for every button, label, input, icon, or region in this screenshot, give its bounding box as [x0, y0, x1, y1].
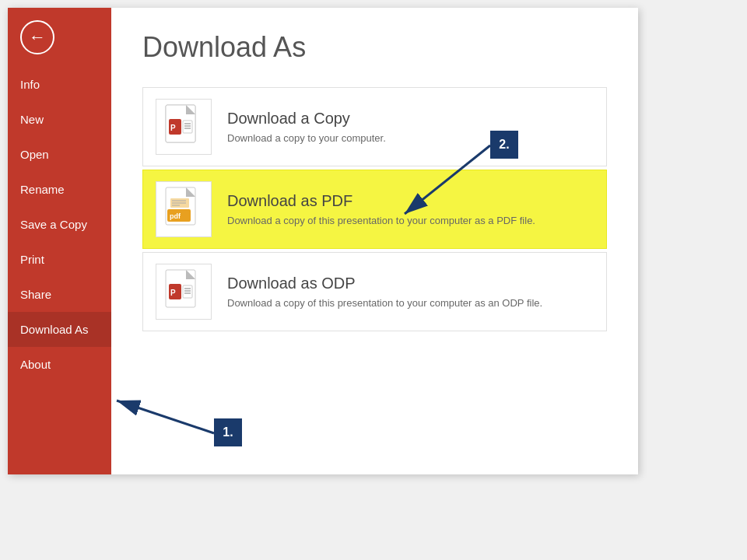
sidebar: ← Info New Open Rename Save a Copy Print…	[8, 8, 111, 474]
download-odp-icon-box: P	[156, 264, 212, 320]
sidebar-item-info[interactable]: Info	[8, 67, 111, 102]
download-pdf-option[interactable]: pdf Download as PDF Download a copy of t…	[142, 170, 607, 249]
app-window: ← Info New Open Rename Save a Copy Print…	[8, 8, 638, 474]
download-copy-option[interactable]: P Download a Copy Download a copy to you…	[142, 87, 607, 166]
download-odp-option[interactable]: P Download as ODP Download a copy of thi…	[142, 252, 607, 331]
sidebar-item-download-as[interactable]: Download As	[8, 312, 111, 347]
svg-text:P: P	[170, 289, 176, 297]
pptx-icon: P	[164, 103, 203, 150]
main-content: Download As P Download a Copy	[111, 8, 638, 474]
download-odp-text: Download as ODP Download a copy of this …	[227, 275, 542, 309]
pdf-icon: pdf	[164, 186, 203, 233]
odp-icon: P	[164, 268, 203, 315]
back-button[interactable]: ←	[14, 14, 61, 61]
back-circle-icon: ←	[20, 20, 54, 54]
sidebar-item-open[interactable]: Open	[8, 137, 111, 172]
svg-text:pdf: pdf	[170, 212, 181, 220]
svg-text:P: P	[170, 124, 176, 132]
sidebar-item-new[interactable]: New	[8, 102, 111, 137]
sidebar-item-about[interactable]: About	[8, 347, 111, 382]
download-copy-icon-box: P	[156, 99, 212, 155]
download-pdf-icon-box: pdf	[156, 181, 212, 237]
sidebar-item-save-copy[interactable]: Save a Copy	[8, 207, 111, 242]
sidebar-item-rename[interactable]: Rename	[8, 172, 111, 207]
download-pdf-text: Download as PDF Download a copy of this …	[227, 192, 535, 226]
svg-rect-6	[183, 121, 192, 133]
download-copy-text: Download a Copy Download a copy to your …	[227, 110, 386, 144]
svg-rect-24	[183, 285, 192, 298]
sidebar-item-print[interactable]: Print	[8, 242, 111, 277]
sidebar-item-share[interactable]: Share	[8, 277, 111, 312]
page-title: Download As	[142, 31, 607, 64]
